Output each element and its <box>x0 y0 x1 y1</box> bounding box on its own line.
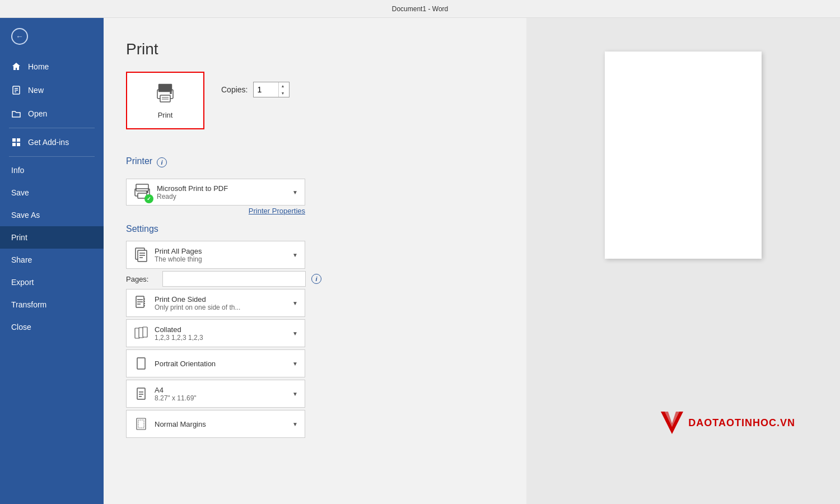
sidebar-label-print: Print <box>11 233 27 242</box>
printer-icon-wrapper: ✓ <box>133 183 151 201</box>
copies-row: Copies: ▲ ▼ <box>221 82 290 97</box>
printer-dropdown-arrow: ▼ <box>292 189 298 195</box>
sidebar-label-export: Export <box>11 278 34 287</box>
main-container: ← Home New <box>0 18 840 504</box>
portrait-content: Portrait Orientation <box>155 360 292 368</box>
sidebar-divider-1 <box>9 128 95 128</box>
print-one-sided-arrow: ▼ <box>292 300 298 306</box>
svg-rect-4 <box>12 138 16 142</box>
svg-rect-5 <box>17 138 20 142</box>
sidebar-label-close: Close <box>11 323 31 332</box>
paper-size-content: A4 8.27" x 11.69" <box>155 386 292 402</box>
copies-value-input[interactable] <box>254 82 278 97</box>
sidebar-label-new: New <box>28 86 44 95</box>
sidebar-label-info: Info <box>11 166 24 175</box>
preview-page <box>605 52 762 259</box>
copies-spinner-arrows: ▲ ▼ <box>278 82 286 97</box>
watermark-text: DAOTAOTINHOC.VN <box>688 417 795 429</box>
sidebar-label-open: Open <box>28 109 47 118</box>
margins-main: Normal Margins <box>155 420 292 428</box>
print-all-pages-sub: The whole thing <box>155 255 292 263</box>
sidebar-divider-2 <box>9 156 95 157</box>
pages-info-icon[interactable]: i <box>311 274 321 284</box>
printer-properties-link[interactable]: Printer Properties <box>126 207 305 215</box>
svg-point-17 <box>146 191 148 193</box>
margins-icon <box>133 416 149 432</box>
collated-content: Collated 1,2,3 1,2,3 1,2,3 <box>155 325 292 342</box>
back-button[interactable]: ← <box>0 18 104 55</box>
sidebar-item-print[interactable]: Print <box>0 226 104 249</box>
print-one-sided-dropdown[interactable]: Print One Sided Only print on one side o… <box>126 289 305 317</box>
watermark-v-icon <box>658 409 686 437</box>
svg-marker-38 <box>661 412 683 434</box>
sidebar-item-close[interactable]: Close <box>0 316 104 338</box>
print-button-icon <box>138 82 192 106</box>
print-all-pages-main: Print All Pages <box>155 247 292 255</box>
sidebar-item-get-add-ins[interactable]: Get Add-ins <box>0 130 104 154</box>
svg-rect-10 <box>160 95 170 102</box>
paper-size-arrow: ▼ <box>292 391 298 397</box>
sidebar-item-info[interactable]: Info <box>0 159 104 181</box>
sidebar-item-home[interactable]: Home <box>0 55 104 78</box>
paper-icon <box>133 386 149 402</box>
margins-content: Normal Margins <box>155 420 292 428</box>
paper-size-sub: 8.27" x 11.69" <box>155 394 292 402</box>
copies-decrement[interactable]: ▼ <box>279 90 286 97</box>
printer-dropdown-content: Microsoft Print to PDF Ready <box>157 184 292 200</box>
sidebar-item-share[interactable]: Share <box>0 249 104 271</box>
svg-rect-7 <box>17 143 20 146</box>
print-one-sided-content: Print One Sided Only print on one side o… <box>155 295 292 311</box>
printer-info-icon[interactable]: i <box>157 157 167 167</box>
portrait-orientation-dropdown[interactable]: Portrait Orientation ▼ <box>126 349 305 377</box>
printer-section-heading: Printer <box>126 156 152 166</box>
pages-input[interactable] <box>162 271 306 287</box>
sidebar-item-open[interactable]: Open <box>0 102 104 125</box>
back-icon: ← <box>11 28 28 45</box>
copies-input[interactable]: ▲ ▼ <box>253 82 290 97</box>
paper-size-dropdown[interactable]: A4 8.27" x 11.69" ▼ <box>126 380 305 408</box>
sidebar-item-new[interactable]: New <box>0 78 104 102</box>
sidebar-item-save-as[interactable]: Save As <box>0 204 104 226</box>
sidebar-item-save[interactable]: Save <box>0 181 104 204</box>
sidebar-label-save-as: Save As <box>11 211 40 220</box>
margins-arrow: ▼ <box>292 421 298 427</box>
printer-name: Microsoft Print to PDF <box>157 184 292 193</box>
watermark: DAOTAOTINHOC.VN <box>658 409 795 437</box>
preview-area: DAOTAOTINHOC.VN <box>526 18 840 504</box>
sidebar-label-home: Home <box>28 62 49 71</box>
title-bar: Document1 - Word <box>0 0 840 18</box>
sidebar-label-transform: Transform <box>11 300 46 309</box>
portrait-icon <box>133 356 149 371</box>
print-button-label: Print <box>138 111 192 119</box>
print-one-sided-main: Print One Sided <box>155 295 292 304</box>
svg-point-11 <box>170 92 172 94</box>
svg-rect-31 <box>137 358 145 369</box>
svg-rect-8 <box>158 84 172 92</box>
sidebar-label-save: Save <box>11 188 29 197</box>
grid-icon <box>11 137 21 147</box>
printer-dropdown[interactable]: ✓ Microsoft Print to PDF Ready ▼ <box>126 179 305 206</box>
collated-sub: 1,2,3 1,2,3 1,2,3 <box>155 334 292 342</box>
svg-rect-19 <box>138 250 147 262</box>
pages-label: Pages: <box>126 275 157 283</box>
print-all-pages-arrow: ▼ <box>292 252 298 258</box>
printer-ready-check: ✓ <box>144 194 153 203</box>
portrait-arrow: ▼ <box>292 361 298 367</box>
collated-icon <box>133 325 149 341</box>
print-button[interactable]: Print <box>126 72 204 129</box>
print-one-sided-sub: Only print on one side of th... <box>155 304 292 311</box>
margins-dropdown[interactable]: Normal Margins ▼ <box>126 410 305 438</box>
open-folder-icon <box>11 109 21 119</box>
svg-rect-32 <box>137 388 145 399</box>
sidebar-label-get-add-ins: Get Add-ins <box>28 138 69 147</box>
sidebar-label-share: Share <box>11 255 32 264</box>
doc-pages-icon <box>133 247 149 263</box>
sidebar-item-transform[interactable]: Transform <box>0 293 104 316</box>
print-all-pages-dropdown[interactable]: Print All Pages The whole thing ▼ <box>126 241 305 269</box>
copies-increment[interactable]: ▲ <box>279 82 286 90</box>
sidebar-item-export[interactable]: Export <box>0 271 104 293</box>
collated-dropdown[interactable]: Collated 1,2,3 1,2,3 1,2,3 ▼ <box>126 319 305 347</box>
svg-rect-37 <box>138 420 144 428</box>
home-icon <box>11 62 21 72</box>
printer-status: Ready <box>157 193 292 200</box>
